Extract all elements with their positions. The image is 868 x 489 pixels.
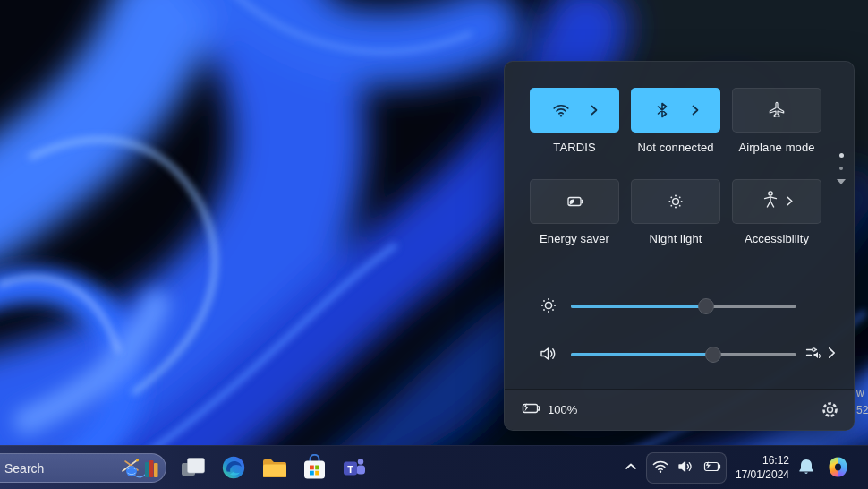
brightness-sun-icon (539, 296, 558, 319)
brightness-thumb[interactable] (698, 298, 714, 314)
airplane-mode-tile[interactable] (732, 88, 821, 133)
battery-charging-icon (520, 400, 541, 419)
teams-button[interactable]: T (340, 453, 369, 482)
quick-settings-pager (837, 153, 846, 184)
volume-expand-chevron-icon (828, 347, 836, 363)
bluetooth-expand-chevron-icon[interactable] (692, 105, 699, 116)
quick-settings-footer: 100% (505, 389, 854, 430)
wifi-icon (551, 100, 571, 120)
teams-icon: T (341, 454, 368, 481)
file-explorer-icon (260, 455, 288, 480)
show-hidden-icons-chevron[interactable] (624, 459, 638, 477)
volume-fill (571, 353, 713, 356)
tray-wifi-icon (651, 459, 669, 478)
speaker-icon (539, 344, 558, 367)
brightness-fill (571, 305, 706, 308)
volume-slider[interactable] (571, 353, 796, 356)
edge-button[interactable] (219, 453, 248, 482)
pager-dot[interactable] (839, 167, 843, 170)
pager-down-arrow-icon[interactable] (837, 179, 846, 184)
energy-saver-icon (564, 192, 585, 211)
task-view-button[interactable] (179, 453, 208, 482)
taskbar: Search (0, 445, 868, 489)
accessibility-label: Accessibility (721, 232, 832, 245)
accessibility-tile[interactable] (732, 179, 821, 224)
search-highlight-illustration (119, 457, 160, 483)
bluetooth-icon (652, 100, 672, 120)
microsoft-store-icon (302, 454, 328, 481)
microsoft-store-button[interactable] (300, 453, 328, 482)
battery-percent-label: 100% (548, 403, 577, 416)
desktop: w 52 (0, 0, 868, 489)
wifi-tile-label: TARDIS (519, 141, 630, 154)
tray-quick-settings-button[interactable] (646, 452, 727, 484)
bluetooth-tile[interactable] (631, 88, 720, 133)
night-light-tile[interactable] (631, 179, 720, 224)
accessibility-icon (762, 190, 779, 213)
tray-speaker-icon (677, 459, 694, 478)
svg-text:T: T (347, 464, 353, 475)
pager-dot-active[interactable] (839, 153, 844, 158)
sound-output-button[interactable] (805, 344, 836, 365)
task-view-icon (180, 454, 207, 481)
tray-clock[interactable]: 16:12 17/01/2024 (721, 453, 789, 482)
wifi-tile[interactable] (530, 88, 619, 133)
search-box[interactable]: Search (0, 453, 166, 483)
volume-row (505, 342, 854, 367)
quick-settings-panel: TARDIS Not connected Airplane mode (504, 61, 855, 431)
night-light-icon (666, 192, 685, 211)
search-label: Search (4, 461, 44, 476)
bluetooth-tile-label: Not connected (620, 141, 731, 154)
notification-bell-icon[interactable] (796, 457, 816, 482)
tray-time: 16:12 (721, 453, 789, 468)
tray-battery-charging-icon (702, 459, 722, 477)
desktop-edge-text: w 52 (856, 385, 868, 419)
file-explorer-button[interactable] (260, 453, 288, 482)
settings-gear-icon[interactable] (821, 400, 839, 423)
night-light-label: Night light (620, 232, 731, 245)
tray-date: 17/01/2024 (721, 468, 789, 482)
battery-status-button[interactable]: 100% (520, 400, 577, 419)
brightness-row (505, 294, 854, 319)
accessibility-chevron-icon (787, 193, 793, 210)
volume-thumb[interactable] (705, 347, 721, 363)
energy-saver-label: Energy saver (519, 232, 630, 245)
airplane-tile-label: Airplane mode (721, 141, 832, 154)
copilot-icon[interactable] (826, 455, 850, 483)
airplane-icon (767, 100, 787, 120)
brightness-slider[interactable] (571, 305, 796, 308)
edge-icon (221, 455, 246, 480)
wifi-expand-chevron-icon[interactable] (591, 105, 598, 116)
energy-saver-tile[interactable] (530, 179, 619, 224)
sound-output-picker-icon (805, 344, 823, 365)
